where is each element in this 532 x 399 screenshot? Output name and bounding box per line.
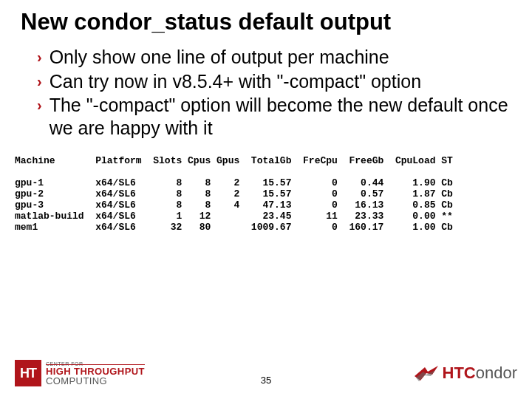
- chevron-icon: ›: [37, 97, 42, 114]
- logo-htcomputing: HT CENTER FOR HIGH THROUGHPUT COMPUTING: [15, 360, 145, 386]
- logo-htcondor: HTCondor: [413, 363, 518, 383]
- condor-bird-icon: [413, 363, 440, 383]
- bullet-item: › Can try now in v8.5.4+ with "-compact"…: [37, 70, 510, 93]
- ht-badge-icon: HT: [15, 360, 41, 386]
- bullet-list: › Only show one line of output per machi…: [0, 41, 532, 139]
- condor-prefix: HTC: [443, 364, 476, 382]
- bullet-text: Can try now in v8.5.4+ with "-compact" o…: [50, 70, 421, 93]
- bullet-text: Only show one line of output per machine: [50, 46, 389, 69]
- condor-suffix: ondor: [476, 364, 517, 382]
- monospace-table: Machine Platform Slots Cpus Gpus TotalGb…: [0, 140, 532, 233]
- bullet-text: The "-compact" option will become the ne…: [50, 94, 510, 139]
- bullet-item: › The "-compact" option will become the …: [37, 94, 510, 139]
- bullet-item: › Only show one line of output per machi…: [37, 46, 510, 69]
- logo-line3: COMPUTING: [46, 376, 145, 386]
- logo-line2: HIGH THROUGHPUT: [46, 366, 145, 376]
- condor-wordmark: HTCondor: [443, 364, 518, 383]
- slide-title: New condor_status default output: [0, 0, 532, 41]
- footer: HT CENTER FOR HIGH THROUGHPUT COMPUTING …: [0, 353, 532, 399]
- logo-text: CENTER FOR HIGH THROUGHPUT COMPUTING: [46, 361, 145, 386]
- chevron-icon: ›: [37, 73, 42, 90]
- chevron-icon: ›: [37, 49, 42, 66]
